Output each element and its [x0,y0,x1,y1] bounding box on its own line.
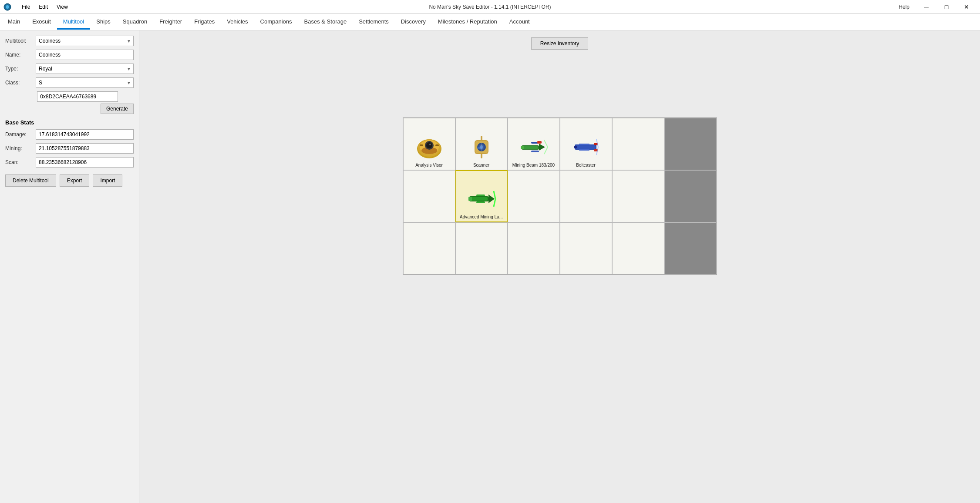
svg-line-24 [544,140,548,147]
grid-cell[interactable] [508,222,560,275]
type-select-wrapper: Royal ▼ [36,64,134,74]
grid-cell[interactable] [403,170,455,222]
svg-point-19 [477,147,482,149]
class-select[interactable]: S [36,77,134,88]
name-input[interactable] [36,50,134,60]
mining_beam-icon [518,131,549,163]
grid-cell[interactable] [612,170,664,222]
tab-milestones[interactable]: Milestones / Reputation [432,15,503,30]
grid-cell[interactable]: Mining Beam 183/200 [508,118,560,170]
tab-squadron[interactable]: Squadron [117,15,153,30]
minimize-button[interactable]: ─ [916,0,936,14]
svg-rect-33 [574,146,577,148]
grid-cell[interactable]: Analysis Visor [403,118,455,170]
type-row: Type: Royal ▼ [5,64,134,74]
tab-main[interactable]: Main [2,15,26,30]
grid-cell[interactable] [560,170,612,222]
window-title: No Man's Sky Save Editor - 1.14.1 (INTER… [429,4,551,10]
boltcaster-icon [570,131,602,163]
window-controls: ─ □ ✕ [916,0,977,14]
grid-cell[interactable] [508,170,560,222]
grid-cell[interactable]: Boltcaster [560,118,612,170]
svg-rect-30 [576,145,596,149]
svg-rect-27 [531,151,539,152]
multitool-row: Multitool: Coolness ▼ [5,36,134,46]
svg-marker-40 [488,194,495,203]
view-menu[interactable]: View [53,3,71,11]
tab-multitool[interactable]: Multitool [57,15,90,30]
svg-rect-17 [481,153,482,158]
tab-bases-storage[interactable]: Bases & Storage [298,15,353,30]
tab-vehicles[interactable]: Vehicles [221,15,254,30]
close-button[interactable]: ✕ [956,0,977,14]
svg-rect-39 [470,197,488,201]
grid-cell[interactable] [612,222,664,275]
generate-button[interactable]: Generate [101,104,134,114]
file-menu[interactable]: File [18,3,34,11]
multitool-select-wrapper: Coolness ▼ [36,36,134,46]
title-bar-left: File Edit View [3,3,71,11]
mining-label: Mining: [5,145,36,151]
svg-line-25 [544,147,548,154]
tab-companions[interactable]: Companions [254,15,298,30]
damage-row: Damage: [5,129,134,140]
grid-cell[interactable]: Advanced Mining La... [455,170,508,222]
mining-input[interactable] [36,143,134,154]
svg-rect-44 [476,194,485,196]
item-label: Scanner [473,163,489,168]
name-row: Name: [5,50,134,60]
tab-freighter[interactable]: Freighter [153,15,188,30]
tab-discovery[interactable]: Discovery [395,15,432,30]
app-icon [3,3,11,11]
svg-rect-37 [579,149,589,151]
tab-exosuit[interactable]: Exosuit [26,15,57,30]
title-bar: File Edit View No Man's Sky Save Editor … [0,0,980,14]
damage-input[interactable] [36,129,134,140]
seed-input[interactable] [37,91,118,102]
multitool-select[interactable]: Coolness [36,36,134,46]
tab-settlements[interactable]: Settlements [353,15,395,30]
delete-multitool-button[interactable]: Delete Multitool [5,174,56,187]
import-button[interactable]: Import [93,174,122,187]
analysis_visor-icon [414,131,445,163]
name-label: Name: [5,52,36,58]
svg-rect-9 [420,144,423,146]
grid-cell[interactable] [612,118,664,170]
svg-rect-10 [435,144,439,146]
resize-inventory-button[interactable]: Resize Inventory [531,37,588,50]
export-button[interactable]: Export [60,174,90,187]
multitool-label: Multitool: [5,38,36,44]
tab-bar: MainExosuitMultitoolShipsSquadronFreight… [0,14,980,30]
grid-cell[interactable] [455,222,508,275]
item-label: Mining Beam 183/200 [512,163,555,168]
grid-cell[interactable] [403,222,455,275]
maximize-button[interactable]: □ [936,0,956,14]
item-label: Advanced Mining La... [460,215,503,220]
svg-marker-22 [539,144,545,151]
svg-line-42 [494,191,495,199]
svg-point-1 [6,5,9,9]
tab-account[interactable]: Account [503,15,536,30]
scanner-icon [466,131,497,163]
edit-menu[interactable]: Edit [35,3,51,11]
resize-btn-row: Resize Inventory [146,37,973,50]
base-stats-title: Base Stats [5,119,134,126]
type-select[interactable]: Royal [36,64,134,74]
grid-cell[interactable]: Scanner [455,118,508,170]
class-label: Class: [5,80,36,86]
grid-cell[interactable] [664,118,717,170]
grid-cell[interactable] [560,222,612,275]
svg-rect-28 [537,141,542,144]
scan-row: Scan: [5,157,134,168]
scan-input[interactable] [36,157,134,168]
mining-row: Mining: [5,143,134,154]
class-select-wrapper: S ▼ [36,77,134,88]
svg-rect-23 [521,146,524,149]
generate-row: Generate [5,104,134,114]
grid-cell[interactable] [664,170,717,222]
tab-frigates[interactable]: Frigates [188,15,221,30]
adv_mining-icon [466,183,497,215]
svg-line-43 [494,199,495,207]
tab-ships[interactable]: Ships [90,15,117,30]
grid-cell[interactable] [664,222,717,275]
